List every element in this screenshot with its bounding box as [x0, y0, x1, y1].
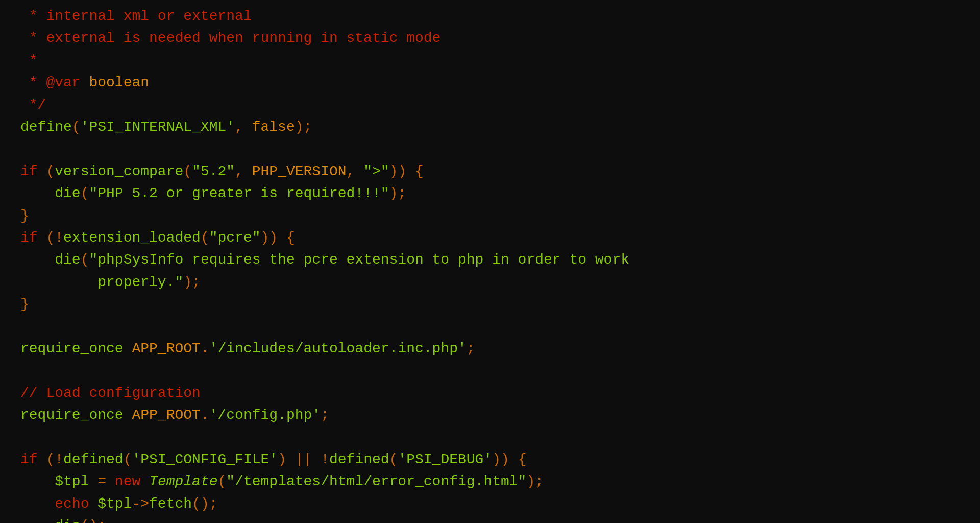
code-editor: * internal xml or external * external is… — [0, 0, 980, 523]
code-line-7 — [20, 138, 960, 160]
code-line-16: require_once APP_ROOT.'/includes/autoloa… — [20, 338, 960, 360]
code-line-1: * internal xml or external — [20, 5, 960, 27]
code-line-19: require_once APP_ROOT.'/config.php'; — [20, 404, 960, 426]
code-line-4: * @var boolean — [20, 72, 960, 93]
code-line-3: * — [20, 50, 960, 72]
code-line-9: die("PHP 5.2 or greater is required!!!")… — [20, 182, 960, 204]
code-line-8: if (version_compare("5.2", PHP_VERSION, … — [20, 160, 960, 182]
code-line-22: $tpl = new Template("/templates/html/err… — [20, 470, 960, 492]
code-line-2: * external is needed when running in sta… — [20, 27, 960, 49]
code-line-14: } — [20, 293, 960, 315]
code-line-15 — [20, 315, 960, 337]
code-line-24: die(); — [20, 515, 960, 523]
code-line-21: if (!defined('PSI_CONFIG_FILE') || !defi… — [20, 448, 960, 470]
code-line-12: die("phpSysInfo requires the pcre extens… — [20, 249, 960, 271]
code-line-17 — [20, 360, 960, 382]
code-line-5: */ — [20, 94, 960, 116]
code-line-23: echo $tpl->fetch(); — [20, 493, 960, 515]
code-line-6: define('PSI_INTERNAL_XML', false); — [20, 116, 960, 138]
code-line-18: // Load configuration — [20, 382, 960, 404]
code-line-11: if (!extension_loaded("pcre")) { — [20, 227, 960, 249]
code-line-13: properly."); — [20, 271, 960, 293]
code-line-20 — [20, 426, 960, 448]
code-line-10: } — [20, 205, 960, 227]
